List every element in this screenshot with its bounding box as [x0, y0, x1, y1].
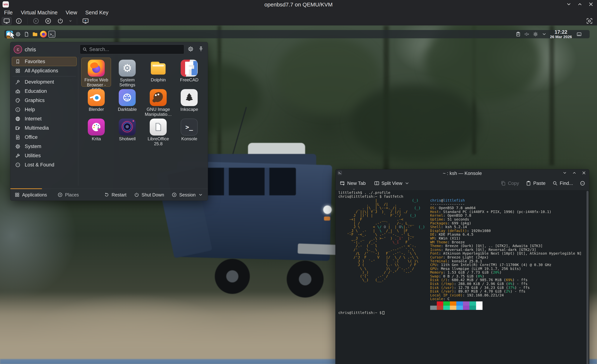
toolbar-separator	[77, 18, 77, 24]
clipboard-icon[interactable]	[515, 31, 521, 37]
system-tray: 17:2226 Mar 2026	[515, 30, 582, 38]
menu-view[interactable]: View	[66, 10, 77, 16]
app-tile-freecad[interactable]: FreeCAD	[174, 58, 204, 87]
sidebar-item-label: Development	[25, 79, 54, 85]
firefox[interactable]	[40, 31, 47, 38]
pause-vm-button[interactable]	[43, 17, 53, 25]
sidebar-item-multimedia[interactable]: Multimedia	[12, 123, 77, 133]
palette-swatch	[476, 306, 483, 310]
menu-file[interactable]: File	[4, 10, 13, 16]
menu-send-key[interactable]: Send Key	[85, 10, 108, 16]
konsole-titlebar[interactable]: ~ : ksh — Konsole	[336, 169, 589, 176]
restart-button[interactable]: Restart	[104, 192, 126, 197]
menu-virtual-machine[interactable]: Virtual Machine	[21, 10, 57, 16]
app-tile-dolphin[interactable]: Dolphin	[143, 58, 173, 87]
tab-applications[interactable]: Applications	[14, 192, 47, 197]
dolphin-file-manager[interactable]	[31, 31, 38, 38]
app-tile-gimp[interactable]: GNU Image Manipulatio…	[143, 87, 173, 116]
sidebar-item-lost-found[interactable]: Lost & Found	[12, 160, 77, 169]
sidebar-item-favorites[interactable]: Favorites	[12, 57, 77, 66]
tab-places[interactable]: Places	[57, 192, 79, 197]
find--button[interactable]: Find...	[552, 181, 573, 186]
new-tab-icon	[340, 181, 345, 186]
power-icon	[134, 192, 139, 197]
palette-swatch	[469, 301, 476, 306]
search-field[interactable]	[80, 45, 184, 54]
konsole-task[interactable]: >_	[48, 31, 55, 38]
split-view-button[interactable]: Split View	[374, 181, 410, 186]
pause-circle-icon	[45, 17, 52, 24]
app-tile-libreoffice[interactable]: LibreOffice 25.8	[143, 117, 173, 146]
session-button[interactable]: Session	[172, 192, 203, 197]
shutdown-menu-button[interactable]	[68, 17, 73, 25]
show-graphical-console-button[interactable]	[2, 17, 11, 25]
sidebar-item-graphics[interactable]: Graphics	[12, 96, 77, 105]
app-tile-blender[interactable]: Blender	[81, 87, 111, 116]
minimize-button[interactable]	[566, 1, 572, 7]
user-name: chris	[25, 46, 36, 53]
sidebar-item-label: All Applications	[25, 68, 58, 74]
app-tile-konsole-app[interactable]: >_Konsole	[174, 117, 204, 146]
sidebar-item-all-applications[interactable]: All Applications	[12, 66, 77, 75]
paste-button[interactable]: Paste	[526, 181, 546, 186]
shutdown-vm-button[interactable]	[55, 17, 65, 25]
virtual-machine-console-button[interactable]	[81, 17, 90, 25]
sidebar-item-education[interactable]: Education	[12, 87, 77, 96]
copy-button[interactable]: Copy	[500, 181, 519, 186]
expand-tray-icon[interactable]	[541, 31, 547, 37]
sidebar-item-utilities[interactable]: Utilities	[12, 151, 77, 160]
app-tile-darktable[interactable]: Darktable	[112, 87, 142, 116]
sidebar-item-label: Favorites	[25, 59, 45, 64]
brightness-icon[interactable]	[533, 31, 538, 37]
konsole-close-button[interactable]	[581, 170, 587, 175]
konsole-minimize-button[interactable]	[562, 170, 567, 175]
globe-icon	[15, 116, 21, 122]
jeep-front-hub	[299, 273, 311, 285]
new-document[interactable]	[23, 31, 30, 38]
close-button[interactable]	[588, 1, 594, 7]
scrollbar-thumb[interactable]	[587, 191, 589, 364]
volume-muted-icon[interactable]	[524, 31, 530, 37]
configure-icon[interactable]	[188, 46, 194, 52]
sidebar-item-system[interactable]: System	[12, 142, 77, 151]
show-vm-details-button[interactable]	[14, 17, 24, 25]
bookmark-icon	[15, 59, 21, 64]
run-vm-button[interactable]	[31, 17, 41, 25]
action-label: Restart	[111, 192, 126, 197]
power-icon	[57, 17, 64, 24]
fullscreen-icon[interactable]	[585, 17, 594, 25]
firefox-icon	[88, 60, 105, 76]
office-doc-icon	[15, 134, 21, 140]
app-tile-firefox[interactable]: Firefox Web Browser - ESR	[81, 58, 111, 87]
app-tile-shotwell[interactable]: Shotwell	[112, 117, 142, 146]
terminal-scrollbar[interactable]	[587, 191, 589, 364]
sidebar-item-label: Office	[25, 134, 38, 140]
maximize-button[interactable]	[577, 1, 583, 7]
kde-panel: >_ 17:2226 Mar 2026	[4, 30, 590, 38]
konsole-maximize-button[interactable]	[572, 170, 577, 175]
caret-down-icon	[198, 192, 203, 197]
sidebar-item-office[interactable]: Office	[12, 133, 77, 142]
palette-swatch	[437, 301, 443, 306]
avatar[interactable]: c	[14, 45, 22, 53]
app-label: LibreOffice 25.8	[144, 136, 173, 146]
konsole-toolbar: New TabSplit ViewCopyPasteFind...	[336, 176, 589, 190]
tab-label: Applications	[22, 192, 47, 197]
virt-manager-window: vm openbsd7.7 on QEMU/KVM FileVirtual Ma…	[0, 0, 597, 364]
app-tile-krita[interactable]: Krita	[81, 117, 111, 146]
new-tab-button[interactable]: New Tab	[340, 181, 366, 186]
sidebar-item-help[interactable]: Help	[12, 105, 77, 114]
search-input[interactable]	[89, 46, 178, 52]
pin-icon[interactable]	[198, 46, 204, 52]
app-label: Konsole	[175, 136, 204, 141]
app-tile-systemsettings[interactable]: ⚙System Settings	[112, 58, 142, 87]
digital-clock[interactable]: 17:2226 Mar 2026	[550, 30, 572, 39]
hamburger-menu[interactable]	[580, 181, 585, 186]
terminal-area[interactable]: littlefish$ . ./.profile chris@littlefis…	[336, 190, 589, 364]
sidebar-item-development[interactable]: Development	[12, 77, 77, 87]
app-tile-inkscape[interactable]: Inkscape	[174, 87, 204, 116]
show-desktop-icon[interactable]	[576, 31, 582, 37]
info-circle-icon	[15, 17, 22, 24]
sidebar-item-internet[interactable]: Internet	[12, 114, 77, 123]
shut-down-button[interactable]: Shut Down	[134, 192, 164, 197]
